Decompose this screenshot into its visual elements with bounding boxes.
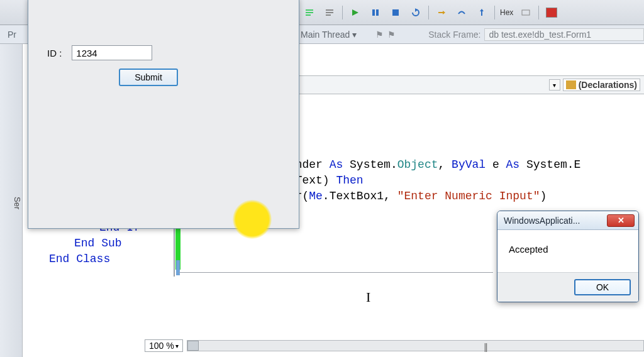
dialog-body: Accepted xyxy=(497,230,638,272)
dialog-titlebar[interactable]: WindowsApplicati... ✕ xyxy=(497,211,638,230)
svg-rect-1 xyxy=(306,12,313,13)
comment-icon[interactable] xyxy=(302,5,317,20)
toolbar-separator xyxy=(538,6,539,19)
svg-rect-0 xyxy=(306,9,313,11)
uncomment-icon[interactable] xyxy=(322,5,337,20)
horizontal-scrollbar[interactable]: ‖ xyxy=(187,340,644,351)
step-over-icon[interactable] xyxy=(454,5,469,20)
app-form-window[interactable]: ID : Submit xyxy=(28,0,299,229)
svg-rect-2 xyxy=(306,14,311,16)
thread-flag2-icon[interactable]: ⚑ xyxy=(387,30,396,40)
cursor-highlight-icon xyxy=(233,200,272,239)
svg-rect-3 xyxy=(326,9,333,11)
declarations-label: (Declarations) xyxy=(579,80,637,90)
svg-rect-9 xyxy=(392,9,399,16)
svg-rect-5 xyxy=(326,14,331,16)
stop-icon[interactable] xyxy=(388,5,403,20)
ok-button[interactable]: OK xyxy=(574,279,631,295)
toolbar-separator xyxy=(428,6,429,19)
svg-marker-10 xyxy=(415,8,418,12)
close-icon: ✕ xyxy=(618,216,625,225)
restart-icon[interactable] xyxy=(408,5,423,20)
stack-frame-value[interactable]: db test.exe!db_test.Form1 xyxy=(484,28,644,41)
thread-dropdown[interactable]: Main Thread ▾ xyxy=(301,30,357,40)
step-out-icon[interactable] xyxy=(474,5,489,20)
declarations-dropdown[interactable]: (Declarations) xyxy=(563,79,640,91)
stack-frame-label: Stack Frame: xyxy=(428,30,480,40)
submit-button[interactable]: Submit xyxy=(119,69,178,86)
color-picker-icon[interactable] xyxy=(544,5,559,20)
zoom-dropdown[interactable]: 100 %▾ xyxy=(145,339,183,352)
id-label: ID : xyxy=(47,48,62,58)
messagebox-dialog: WindowsApplicati... ✕ Accepted OK xyxy=(497,211,639,302)
code-end-line xyxy=(179,272,493,273)
dialog-title: WindowsApplicati... xyxy=(504,216,607,226)
scroll-left-arrow-icon[interactable] xyxy=(187,341,199,351)
declarations-icon xyxy=(566,80,576,89)
id-input[interactable] xyxy=(72,45,152,60)
hex-label[interactable]: Hex xyxy=(500,8,513,17)
pause-icon[interactable] xyxy=(368,5,383,20)
svg-rect-13 xyxy=(522,10,530,15)
dialog-message: Accepted xyxy=(509,244,548,255)
svg-marker-6 xyxy=(352,9,358,16)
svg-rect-8 xyxy=(376,9,379,16)
step-into-icon[interactable] xyxy=(434,5,449,20)
nav-dropdown-arrow-icon[interactable]: ▾ xyxy=(549,79,560,91)
play-icon[interactable] xyxy=(348,5,363,20)
dialog-footer: OK xyxy=(497,272,638,302)
scrollbar-marker: ‖ xyxy=(484,342,488,352)
close-button[interactable]: ✕ xyxy=(607,214,635,227)
left-strip-label: Ser xyxy=(13,197,22,209)
toolbar-separator xyxy=(494,6,495,19)
svg-marker-11 xyxy=(443,11,445,14)
toolbar-separator xyxy=(342,6,343,19)
thread-flag-icon[interactable]: ⚑ xyxy=(375,30,384,40)
process-label-trunc: Pr xyxy=(8,30,16,40)
text-caret-icon: I xyxy=(366,289,370,305)
display-dropdown-icon[interactable] xyxy=(518,5,533,20)
editor-status-bar: 100 %▾ ‖ xyxy=(145,338,644,353)
left-tool-window-strip[interactable]: Ser xyxy=(0,44,23,357)
svg-marker-12 xyxy=(480,9,484,11)
svg-rect-7 xyxy=(372,9,375,16)
svg-rect-4 xyxy=(326,12,333,13)
